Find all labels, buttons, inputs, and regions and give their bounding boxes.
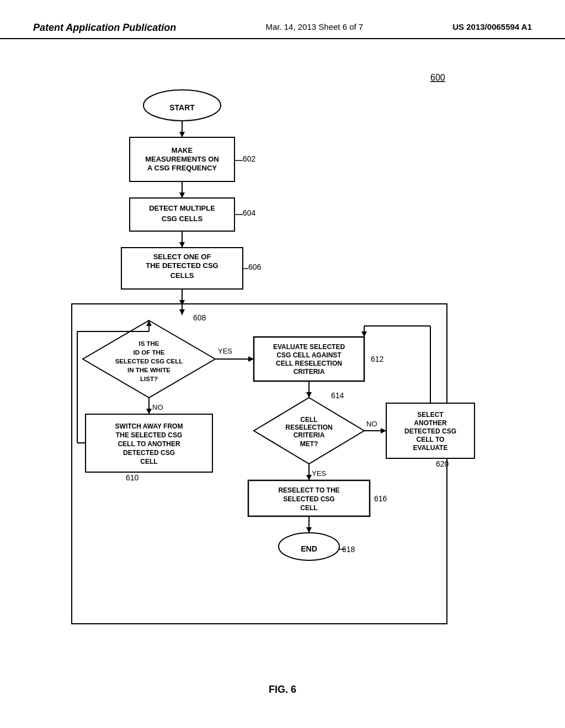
n614-line3: CRITERIA bbox=[294, 431, 325, 439]
n614-no-label: NO bbox=[366, 420, 377, 428]
n606-label: 606 bbox=[248, 263, 262, 271]
n612-line4: CRITERIA bbox=[294, 368, 325, 376]
header-center: Mar. 14, 2013 Sheet 6 of 7 bbox=[265, 22, 363, 31]
n612-line1: EVALUATE SELECTED bbox=[273, 343, 345, 351]
n610-line5: CELL bbox=[140, 458, 157, 465]
n612-line2: CSG CELL AGAINST bbox=[276, 351, 342, 359]
svg-marker-2 bbox=[179, 132, 185, 137]
n614-label: 614 bbox=[331, 391, 344, 400]
header-right: US 2013/0065594 A1 bbox=[452, 22, 532, 31]
page-header: Patent Application Publication Mar. 14, … bbox=[0, 0, 565, 39]
svg-marker-10 bbox=[179, 242, 185, 248]
n606-line1: SELECT ONE OF bbox=[153, 253, 211, 261]
n608-line3: SELECTED CSG CELL bbox=[115, 358, 183, 365]
n620-line1: SELECT bbox=[417, 411, 444, 419]
start-label: START bbox=[169, 103, 195, 112]
n614-line1: CELL bbox=[300, 416, 317, 424]
svg-marker-6 bbox=[179, 192, 185, 198]
figure-id: 600 bbox=[430, 73, 445, 82]
header-left: Patent Application Publication bbox=[33, 22, 176, 34]
n620-line2: ANOTHER bbox=[414, 419, 447, 427]
n606-line2: THE DETECTED CSG bbox=[146, 261, 218, 270]
n602-line3: A CSG FREQUENCY bbox=[147, 164, 217, 172]
n608-yes-label: YES bbox=[218, 347, 232, 355]
n620-line4: CELL TO bbox=[417, 436, 445, 443]
n610-label: 610 bbox=[126, 473, 139, 482]
n612-label: 612 bbox=[371, 355, 384, 363]
n612-line3: CELL RESELECTION bbox=[276, 360, 342, 367]
n608-label: 608 bbox=[193, 313, 206, 322]
n620-label: 620 bbox=[436, 459, 449, 468]
n602-line1: MAKE bbox=[172, 146, 193, 154]
n610-line1: SWITCH AWAY FROM bbox=[115, 422, 183, 430]
n620-line3: DETECTED CSG bbox=[404, 427, 456, 435]
n602-label: 602 bbox=[243, 154, 256, 163]
n610-line4: DETECTED CSG bbox=[123, 449, 175, 457]
n616-line1: RESELECT TO THE bbox=[278, 486, 339, 494]
n614-line2: RESELECTION bbox=[285, 424, 332, 431]
n620-line5: EVALUATE bbox=[413, 444, 448, 452]
n610-line3: CELL TO ANOTHER bbox=[118, 440, 180, 448]
n604-line2: CSG CELLS bbox=[162, 215, 203, 223]
n616-label: 616 bbox=[374, 494, 387, 503]
n608-line1: IS THE bbox=[138, 340, 159, 347]
n604-line1: DETECT MULTIPLE bbox=[149, 204, 215, 212]
n614-line4: MET? bbox=[300, 440, 318, 448]
n616-line3: CELL bbox=[300, 504, 317, 512]
n606-line3: CELLS bbox=[170, 271, 194, 280]
n610-line2: THE SELECTED CSG bbox=[116, 431, 183, 439]
n608-line2: ID OF THE bbox=[134, 349, 165, 356]
fig-caption: FIG. 6 bbox=[269, 684, 296, 695]
diagram-area: 600 START MAKE MEASUREMENTS ON A CSG FRE… bbox=[0, 39, 565, 712]
n608-line5: LIST? bbox=[140, 376, 158, 382]
n616-line2: SELECTED CSG bbox=[283, 495, 334, 503]
n604-label: 604 bbox=[243, 208, 256, 217]
n614-yes-label: YES bbox=[312, 469, 326, 478]
n608-no-label: NO bbox=[152, 403, 163, 411]
n602-line2: MEASUREMENTS ON bbox=[145, 155, 219, 163]
end-label: END bbox=[301, 544, 317, 553]
n608-line4: IN THE WHITE bbox=[127, 367, 170, 373]
